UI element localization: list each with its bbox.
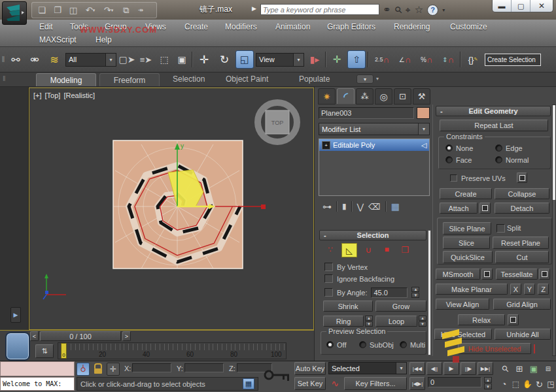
quickslice-button[interactable]: QuickSlice bbox=[443, 251, 493, 263]
maximize-button[interactable]: ▢ bbox=[511, 0, 530, 12]
ring-button[interactable]: Ring bbox=[323, 316, 364, 327]
minimize-button[interactable]: ▬ bbox=[493, 0, 511, 12]
tab-populate[interactable]: Populate bbox=[299, 74, 330, 84]
constraint-normal-radio[interactable] bbox=[495, 156, 502, 163]
menu-item-rendering[interactable]: Rendering bbox=[394, 22, 430, 31]
constraint-face-radio[interactable] bbox=[445, 156, 453, 163]
show-end-result-icon[interactable]: ▮ bbox=[342, 202, 347, 211]
orbit-icon[interactable]: ↻ bbox=[534, 378, 545, 391]
tab-utilities-icon[interactable]: ⚒ bbox=[413, 88, 430, 105]
absolute-relative-coords-toggle[interactable]: ✛ bbox=[107, 363, 120, 376]
current-frame-marker[interactable]: 0 bbox=[61, 343, 67, 359]
vertex-mode-icon[interactable]: ∵ bbox=[323, 243, 338, 256]
reference-coordsys-dropdown[interactable]: View ▾ bbox=[256, 53, 304, 67]
previous-frame-button[interactable]: ◀|| bbox=[426, 362, 442, 375]
adaptive-degradation-toggle[interactable]: ▦ bbox=[243, 378, 254, 389]
zoom-all-icon[interactable]: ⊞ bbox=[513, 362, 526, 375]
maximize-viewport-toggle[interactable]: ◳ bbox=[546, 378, 556, 391]
menu-item-customize[interactable]: Customize bbox=[450, 22, 487, 31]
help-icon[interactable]: ? bbox=[427, 5, 438, 16]
select-and-rotate-icon[interactable]: ↻ bbox=[215, 53, 234, 67]
planar-z-button[interactable]: Z bbox=[538, 284, 549, 295]
preview-subobj-radio[interactable] bbox=[359, 341, 366, 348]
preserve-uvs-settings-button[interactable] bbox=[517, 172, 527, 183]
viewcube[interactable]: TOP bbox=[258, 103, 297, 142]
preview-off-radio[interactable] bbox=[326, 341, 334, 348]
snaps-toggle-icon[interactable]: 2.5∩ bbox=[371, 55, 393, 65]
remove-modifier-icon[interactable]: ⌫ bbox=[368, 202, 380, 212]
grid-align-button[interactable]: Grid Align bbox=[493, 299, 551, 310]
favorites-star-icon[interactable]: ☆ bbox=[415, 4, 423, 16]
viewport-menu-pov[interactable]: [Top] bbox=[45, 91, 61, 99]
make-unique-icon[interactable]: ⋁ bbox=[357, 202, 364, 212]
rect-selection-region-icon[interactable]: ⬚ bbox=[156, 54, 172, 65]
tab-motion-icon[interactable]: ◎ bbox=[375, 88, 392, 105]
modifier-stack[interactable]: + Editable Poly ◁ bbox=[319, 139, 430, 196]
tutorials-button[interactable] bbox=[5, 332, 30, 361]
attach-button[interactable]: Attach bbox=[440, 203, 478, 214]
make-planar-button[interactable]: Make Planar bbox=[436, 284, 508, 295]
project-folder-icon[interactable]: ⧉ bbox=[118, 5, 134, 16]
tab-display-icon[interactable]: ⊡ bbox=[394, 88, 411, 105]
ribbon-minimize-icon[interactable]: ▾ bbox=[356, 74, 374, 84]
time-slider[interactable]: 0 / 100 bbox=[40, 331, 121, 341]
menu-item-create[interactable]: Create bbox=[184, 22, 208, 31]
object-color-swatch[interactable] bbox=[417, 107, 430, 119]
edit-geometry-rollout-header[interactable]: -Edit Geometry bbox=[436, 106, 551, 116]
select-and-link-icon[interactable]: ⚯ bbox=[7, 54, 24, 66]
communication-center-icon[interactable]: ⌖ bbox=[406, 5, 411, 16]
border-mode-icon[interactable]: ∪ bbox=[361, 243, 375, 256]
angle-spinner[interactable]: ▲▼ bbox=[411, 287, 419, 298]
go-to-start-button[interactable]: |◀◀ bbox=[409, 362, 425, 375]
zoom-region-icon[interactable]: ◔ bbox=[498, 378, 510, 391]
auto-key-button[interactable]: Auto Key bbox=[294, 362, 326, 375]
open-mini-curve-editor-button[interactable]: ⇅ bbox=[35, 344, 54, 358]
unlink-selection-icon[interactable]: ⚮ bbox=[26, 54, 43, 66]
tab-hierarchy-icon[interactable]: ⁂ bbox=[356, 88, 374, 105]
spinner-snap-icon[interactable]: ⇕∩ bbox=[438, 55, 458, 65]
ribbon-drag-handle[interactable]: ‖ bbox=[3, 74, 6, 82]
redo-button[interactable]: ↷▾ bbox=[100, 5, 117, 15]
close-button[interactable]: ✕ bbox=[530, 0, 553, 12]
key-filters-button[interactable]: Key Filters... bbox=[344, 377, 407, 390]
maxscript-mini-listener-pink[interactable] bbox=[0, 361, 75, 376]
viewport-menu-shading[interactable]: [Realistic] bbox=[63, 91, 95, 99]
title-flyout-arrow-icon[interactable]: ▶ bbox=[252, 5, 256, 12]
pan-hand-icon[interactable]: ✋ bbox=[522, 378, 533, 391]
grow-button[interactable]: Grow bbox=[375, 301, 426, 312]
select-object-icon[interactable]: ▢➤ bbox=[118, 54, 135, 65]
viewport-menu-general[interactable]: [+] bbox=[33, 91, 42, 99]
create-button[interactable]: Create bbox=[440, 188, 492, 199]
expand-icon[interactable]: + bbox=[322, 141, 330, 150]
toolbar-drag-handle[interactable]: ‖ bbox=[1, 55, 5, 64]
x-coord-field[interactable] bbox=[132, 363, 171, 372]
tessellate-settings-button[interactable] bbox=[539, 269, 550, 280]
polygon-mode-icon[interactable]: ■ bbox=[379, 243, 394, 256]
angle-snap-icon[interactable]: ∠∩ bbox=[395, 55, 415, 65]
selection-lock-toggle[interactable] bbox=[92, 363, 104, 376]
search-binoculars-icon[interactable]: ⚭ bbox=[383, 4, 391, 16]
left-column-scrollbar[interactable] bbox=[428, 230, 431, 355]
open-file-icon[interactable]: ❐ bbox=[50, 5, 65, 15]
y-coord-field[interactable] bbox=[184, 363, 224, 372]
menu-item-graph-editors[interactable]: Graph Editors bbox=[327, 22, 375, 31]
app-logo-button[interactable] bbox=[2, 1, 27, 25]
bind-to-spacewarp-icon[interactable]: ≋ bbox=[45, 54, 63, 66]
slice-plane-button[interactable]: Slice Plane bbox=[443, 222, 491, 235]
search-input[interactable] bbox=[260, 4, 379, 15]
go-to-end-button[interactable]: ▶▶| bbox=[478, 362, 493, 375]
zoom-extents-icon[interactable]: ▣ bbox=[527, 362, 540, 375]
play-button[interactable]: ▶ bbox=[443, 362, 459, 375]
by-angle-checkbox[interactable] bbox=[324, 288, 333, 297]
select-by-name-icon[interactable]: ≡➤ bbox=[137, 55, 154, 65]
pin-stack-icon[interactable]: ⊶ bbox=[322, 201, 332, 212]
modifier-list-dropdown[interactable]: Modifier List ▾ bbox=[319, 123, 430, 135]
collapse-button[interactable]: Collapse bbox=[495, 188, 549, 199]
maxscript-mini-listener-white[interactable]: Welcome to MAX: bbox=[0, 377, 75, 391]
key-mode-toggle[interactable]: |◀▶| bbox=[409, 377, 425, 390]
percent-snap-icon[interactable]: %∩ bbox=[417, 55, 436, 65]
cut-button[interactable]: Cut bbox=[495, 251, 549, 263]
relax-settings-button[interactable] bbox=[508, 314, 519, 325]
timeline-prev-button[interactable]: < bbox=[30, 331, 39, 341]
stack-item-editable-poly[interactable]: + Editable Poly ◁ bbox=[319, 139, 429, 151]
